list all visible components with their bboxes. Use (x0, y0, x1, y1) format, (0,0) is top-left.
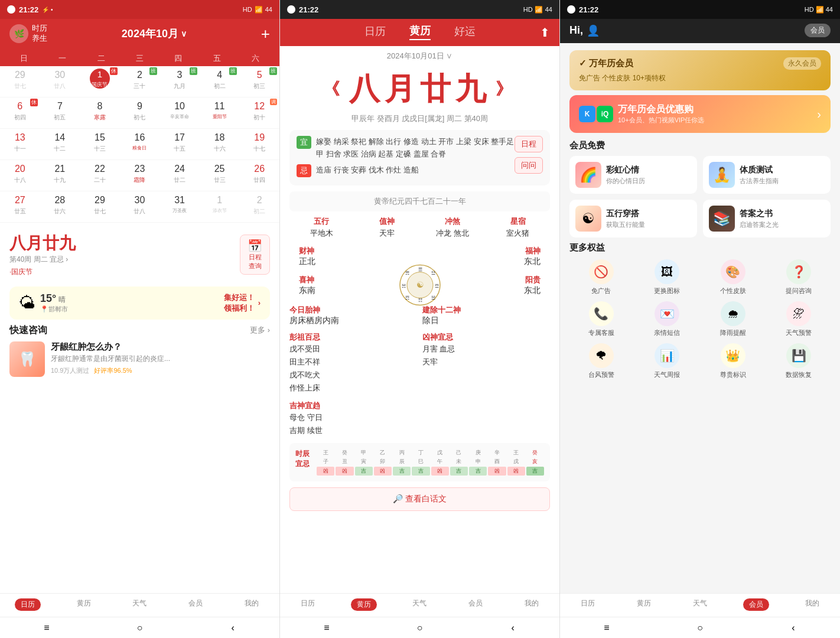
cal-day-5[interactable]: 班 5初三 (239, 66, 279, 97)
promo-banner[interactable]: K iQ 万年历会员优惠购 10+会员、热门视频VIP任你选 › (569, 95, 831, 133)
home-btn-2[interactable]: ○ (414, 622, 425, 634)
cal-day-24[interactable]: 24廿二 (159, 160, 200, 191)
cal-day-20[interactable]: 20十八 (0, 160, 40, 191)
cal-day-8[interactable]: 8寒露 (80, 97, 120, 128)
benefit-vip-mark[interactable]: 👑 尊贵标识 (701, 343, 765, 379)
home-btn-3[interactable]: ○ (694, 622, 706, 634)
benefit-weather-warn[interactable]: ⛈ 天气预警 (767, 301, 831, 337)
nav-mine-2[interactable]: 我的 (503, 594, 559, 617)
cal-day-23[interactable]: 23霜降 (120, 160, 160, 191)
nav-calendar-2[interactable]: 日历 (280, 594, 336, 617)
cal-day-11[interactable]: 11重阳节 (200, 97, 240, 128)
nav-weather-3[interactable]: 天气 (672, 594, 728, 617)
cal-day-27[interactable]: 27廿五 (0, 191, 40, 222)
cal-day-10[interactable]: 10辛亥革命 (159, 97, 200, 128)
cal-day-30[interactable]: 30廿八 (120, 191, 160, 222)
cal-day-1next[interactable]: 1添衣节 (200, 191, 240, 222)
cal-day-30prev[interactable]: 30廿八 (40, 66, 80, 97)
benefit-change-icon[interactable]: 🖼 更换图标 (636, 259, 699, 295)
free-card-answer[interactable]: 📚 答案之书 启迪答案之光 (703, 200, 831, 237)
nav-almanac-1[interactable]: 黄历 (56, 594, 112, 617)
back-btn-2[interactable]: ‹ (507, 622, 519, 634)
cal-day-28[interactable]: 28廿六 (40, 191, 80, 222)
cal-day-21[interactable]: 21十九 (40, 160, 80, 191)
nav-weather-2[interactable]: 天气 (392, 594, 448, 617)
cal-day-25[interactable]: 25廿三 (200, 160, 240, 191)
wu-col-2: 值神 天牢 (355, 216, 419, 239)
cal-day-1[interactable]: 休 1 国庆节 (80, 66, 120, 97)
vip-card[interactable]: ✓ 万年历会员 永久会员 免广告 个性皮肤 10+项特权 (569, 50, 831, 90)
nav-mine-3[interactable]: 我的 (784, 594, 840, 617)
nav-calendar-3[interactable]: 日历 (560, 594, 616, 617)
share-icon[interactable]: ⬆ (540, 25, 550, 40)
shi-chen-grid: 王 癸 甲 乙 丙 丁 戊 己 庚 辛 王 癸 子 (317, 449, 544, 476)
tab-calendar[interactable]: 日历 (364, 24, 386, 40)
cal-day-19[interactable]: 19十七 (239, 129, 279, 160)
cal-day-3[interactable]: 班 3九月 (159, 66, 200, 97)
nav-member-3[interactable]: 会员 (728, 594, 784, 617)
member-badge-header[interactable]: 会员 (805, 24, 831, 37)
weekday-wed: 三 (121, 52, 159, 65)
nav-member-2[interactable]: 会员 (448, 594, 504, 617)
cal-day-17[interactable]: 17十五 (159, 129, 200, 160)
benefit-weather-report[interactable]: 📊 天气周报 (636, 343, 699, 379)
benefit-ask[interactable]: ❓ 提问咨询 (767, 259, 831, 295)
menu-btn-1[interactable]: ≡ (41, 622, 53, 634)
cal-day-9[interactable]: 9初七 (120, 97, 160, 128)
cal-day-15[interactable]: 15十三 (80, 129, 120, 160)
cal-day-29[interactable]: 29廿七 (80, 191, 120, 222)
free-card-body[interactable]: 🧘 体质测试 古法养生指南 (703, 156, 831, 194)
menu-btn-2[interactable]: ≡ (321, 622, 333, 634)
benefit-skin[interactable]: 🎨 个性皮肤 (701, 259, 765, 295)
arrow-right[interactable]: 》 (496, 78, 517, 100)
cal-day-4[interactable]: 班 4初二 (200, 66, 240, 97)
cal-day-2[interactable]: 班 2三十 (120, 66, 160, 97)
nav-almanac-2[interactable]: 黄历 (336, 594, 392, 617)
cal-day-29prev[interactable]: 29廿七 (0, 66, 40, 97)
add-button[interactable]: + (261, 26, 270, 41)
free-card-rainbow[interactable]: 🌈 彩虹心情 你的心情日历 (569, 156, 697, 194)
back-btn-1[interactable]: ‹ (227, 622, 239, 634)
back-btn-3[interactable]: ‹ (787, 622, 799, 634)
tab-almanac[interactable]: 黄历 (409, 24, 431, 40)
week-info[interactable]: 第40周 周二 宜忌 › (9, 255, 76, 265)
benefit-rain[interactable]: 🌧 降雨提醒 (701, 301, 765, 337)
weather-action[interactable]: 集好运！领福利！ › (224, 292, 261, 314)
nav-calendar-1[interactable]: 日历 (0, 594, 56, 617)
month-title[interactable]: 2024年10月 ∨ (122, 27, 187, 41)
cal-day-16[interactable]: 16粮食日 (120, 129, 160, 160)
almanac-date-bar[interactable]: 2024年10月01日 ∨ (280, 46, 559, 64)
nav-weather-1[interactable]: 天气 (112, 594, 168, 617)
benefit-data-restore[interactable]: 💾 数据恢复 (767, 343, 831, 379)
benefit-no-ads[interactable]: 🚫 免广告 (569, 259, 633, 295)
nav-almanac-3[interactable]: 黄历 (616, 594, 672, 617)
nav-mine-1[interactable]: 我的 (223, 594, 279, 617)
free-card-wuxing[interactable]: ☯ 五行穿搭 获取五行能量 (569, 200, 697, 237)
cal-day-18[interactable]: 18十六 (200, 129, 240, 160)
consult-more[interactable]: 更多 › (250, 325, 270, 336)
richeng-button[interactable]: 日程 (515, 136, 543, 152)
cal-day-31[interactable]: 31万圣夜 (159, 191, 200, 222)
benefit-sms[interactable]: 💌 亲情短信 (636, 301, 699, 337)
arrow-left[interactable]: 《 (323, 78, 344, 100)
cal-day-6[interactable]: 休 6初四 (0, 97, 40, 128)
consult-item[interactable]: 🦷 牙龈红肿怎么办？ 牙龈红肿通常是由牙菌斑引起的炎症... 10.9万人测过 … (9, 341, 270, 377)
menu-btn-3[interactable]: ≡ (601, 622, 613, 634)
benefit-service[interactable]: 📞 专属客服 (569, 301, 633, 337)
cal-day-2next[interactable]: 2初二 (239, 191, 279, 222)
home-btn-1[interactable]: ○ (134, 622, 145, 634)
benefit-typhoon[interactable]: 🌪 台风预警 (569, 343, 633, 379)
cal-day-14[interactable]: 14十二 (40, 129, 80, 160)
cal-day-22[interactable]: 22二十 (80, 160, 120, 191)
schedule-button[interactable]: 📅 日程查询 (240, 235, 270, 275)
cal-day-12[interactable]: 调 12初十 (239, 97, 279, 128)
nav-member-1[interactable]: 会员 (168, 594, 224, 617)
cal-day-7[interactable]: 7初五 (40, 97, 80, 128)
wenwen-button[interactable]: 问问 (515, 157, 543, 174)
cal-day-13[interactable]: 13十一 (0, 129, 40, 160)
tai-shen-grid: 今日胎神 房床栖房内南 建除十二神 除日 (289, 305, 550, 326)
month-arrow: ∨ (181, 29, 187, 38)
baihua-button[interactable]: 🔎 查看白话文 (289, 487, 550, 511)
tab-haoyun[interactable]: 好运 (454, 24, 476, 40)
cal-day-26[interactable]: 26廿四 (239, 160, 279, 191)
